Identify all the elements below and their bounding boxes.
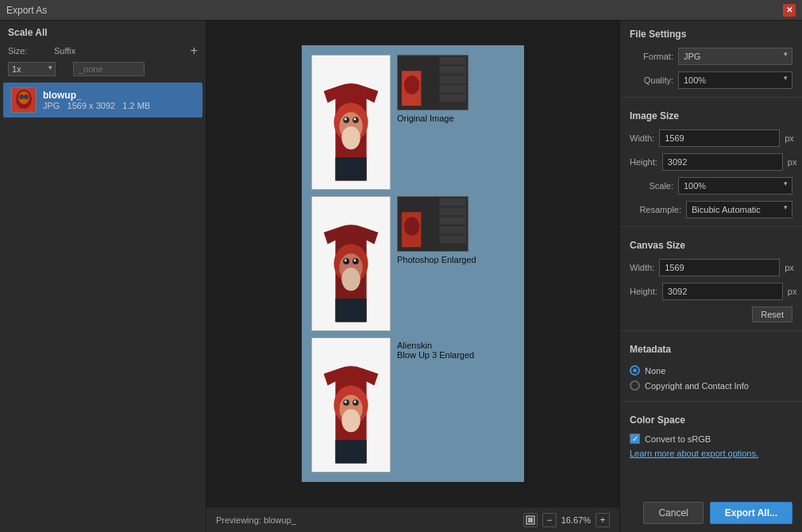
left-panel: Scale All Size: Suffix + 1x 2x 3x 0.5x (0, 21, 206, 532)
right-panel: File Settings Format: JPG PNG GIF SVG PD… (619, 21, 802, 532)
svg-point-38 (404, 217, 420, 235)
scale-select-wrapper: 1x 2x 3x 0.5x (8, 62, 56, 76)
image-scale-select[interactable]: 100% 50% 200% (678, 177, 792, 195)
add-scale-button[interactable]: + (191, 44, 198, 57)
divider-1 (620, 97, 802, 98)
canvas-width-unit: px (785, 263, 794, 272)
original-image-label: Original Image (397, 114, 468, 123)
cancel-button[interactable]: Cancel (643, 502, 703, 524)
photoshop-thumb-inner (398, 197, 468, 251)
canvas-width-row: Width: 1569 px (620, 256, 802, 279)
export-all-button[interactable]: Export All... (710, 502, 792, 524)
svg-point-3 (19, 94, 24, 99)
action-buttons: Cancel Export All... (620, 494, 802, 532)
svg-rect-24 (440, 94, 466, 102)
quality-label: Quality: (630, 75, 673, 85)
image-scale-row: Scale: 100% 50% 200% (620, 174, 802, 198)
format-select-wrapper: JPG PNG GIF SVG PDF WEBP (678, 48, 792, 65)
quality-select[interactable]: 100% 90% 80% 70% 60% (678, 71, 792, 89)
close-button[interactable]: ✕ (783, 4, 796, 17)
svg-point-32 (345, 260, 347, 262)
svg-point-18 (404, 75, 420, 94)
alienskin-image-preview (311, 337, 391, 472)
convert-srgb-checkbox[interactable]: ✓ (630, 434, 640, 444)
svg-rect-40 (440, 199, 466, 206)
canvas-width-input[interactable]: 1569 (659, 259, 780, 276)
svg-rect-44 (440, 236, 466, 244)
reset-button[interactable]: Reset (752, 306, 792, 322)
svg-rect-58 (528, 518, 533, 522)
suffix-input[interactable] (73, 62, 145, 76)
svg-rect-41 (440, 207, 466, 215)
canvas-height-unit: px (788, 287, 797, 296)
metadata-copyright-label: Copyright and Contact Info (645, 381, 749, 391)
original-label-col: Original Image (397, 55, 468, 123)
svg-rect-16 (335, 157, 366, 180)
preview-row-original: Original Image (311, 55, 515, 190)
metadata-none-row: None (630, 363, 792, 378)
canvas-height-row: Height: 3092 px (620, 279, 802, 303)
file-meta: JPG 1569 x 3092 1.2 MB (43, 101, 195, 110)
original-thumb-small (397, 55, 468, 110)
image-size-title: Image Size (620, 102, 802, 126)
image-height-label: Height: (630, 157, 657, 167)
color-space-row: ✓ Convert to sRGB (620, 430, 802, 447)
bottom-bar: Previewing: blowup_ − 16.67% + (206, 507, 619, 532)
zoom-out-button[interactable]: − (542, 513, 557, 527)
checkbox-check: ✓ (632, 435, 638, 443)
file-item[interactable]: blowup_ JPG 1569 x 3092 1.2 MB (3, 83, 202, 118)
canvas-size-title: Canvas Size (620, 232, 802, 256)
photoshop-label-col: Photoshop Enlarged (397, 196, 476, 264)
canvas-area: Original Image (206, 21, 619, 507)
scale-select[interactable]: 1x 2x 3x 0.5x (8, 62, 56, 76)
file-settings-title: File Settings (620, 21, 802, 44)
scale-input-right-wrapper: 100% 50% 200% (678, 177, 792, 195)
main-layout: Scale All Size: Suffix + 1x 2x 3x 0.5x (0, 21, 802, 532)
image-height-input[interactable]: 3092 (662, 153, 783, 171)
divider-2 (620, 226, 802, 227)
radio-dot (633, 368, 637, 372)
format-select[interactable]: JPG PNG GIF SVG PDF WEBP (678, 48, 792, 65)
resample-row: Resample: Bicubic Automatic Bicubic Bili… (620, 198, 802, 222)
image-width-label: Width: (630, 133, 654, 143)
metadata-copyright-row: Copyright and Contact Info (630, 378, 792, 393)
svg-point-15 (341, 126, 361, 149)
photoshop-thumb (397, 196, 468, 252)
canvas-height-label: Height: (630, 287, 657, 296)
photoshop-image-preview (311, 196, 391, 331)
canvas-height-input[interactable]: 3092 (662, 283, 783, 300)
metadata-none-label: None (645, 366, 665, 376)
metadata-none-radio[interactable] (630, 365, 640, 376)
title-bar: Export As ✕ (0, 0, 802, 21)
svg-point-4 (24, 94, 29, 99)
preview-container: Original Image (302, 45, 524, 482)
metadata-copyright-radio[interactable] (630, 380, 640, 391)
zoom-in-button[interactable]: + (596, 513, 610, 527)
image-width-input[interactable]: 1569 (659, 129, 780, 147)
svg-point-53 (353, 401, 356, 403)
canvas-width-label: Width: (630, 263, 654, 272)
file-thumbnail (11, 87, 37, 113)
photoshop-enlarged-label: Photoshop Enlarged (397, 255, 476, 264)
svg-rect-43 (440, 226, 466, 234)
original-image-preview (311, 55, 391, 190)
svg-rect-20 (440, 57, 466, 65)
zoom-fit-icon[interactable] (523, 513, 538, 527)
format-row: Format: JPG PNG GIF SVG PDF WEBP (620, 44, 802, 68)
resample-select[interactable]: Bicubic Automatic Bicubic Bilinear Neare… (686, 201, 792, 218)
resample-wrapper: Bicubic Automatic Bicubic Bilinear Neare… (686, 201, 792, 218)
export-options-link[interactable]: Learn more about export options. (620, 447, 802, 460)
quality-wrapper: 100% 90% 80% 70% 60% (678, 71, 792, 89)
scale-all-header: Scale All (0, 21, 206, 41)
size-label: Size: (8, 46, 32, 56)
divider-4 (620, 401, 802, 402)
image-height-row: Height: 3092 px (620, 150, 802, 174)
svg-rect-42 (440, 217, 466, 225)
image-width-row: Width: 1569 px (620, 126, 802, 150)
convert-srgb-label: Convert to sRGB (645, 434, 711, 444)
alienskin-label-col: AlienskinBlow Up 3 Enlarged (397, 337, 474, 360)
svg-point-35 (341, 268, 361, 291)
image-height-unit: px (788, 157, 797, 167)
previewing-text: Previewing: blowup_ (216, 515, 296, 525)
dialog-title: Export As (6, 5, 47, 16)
